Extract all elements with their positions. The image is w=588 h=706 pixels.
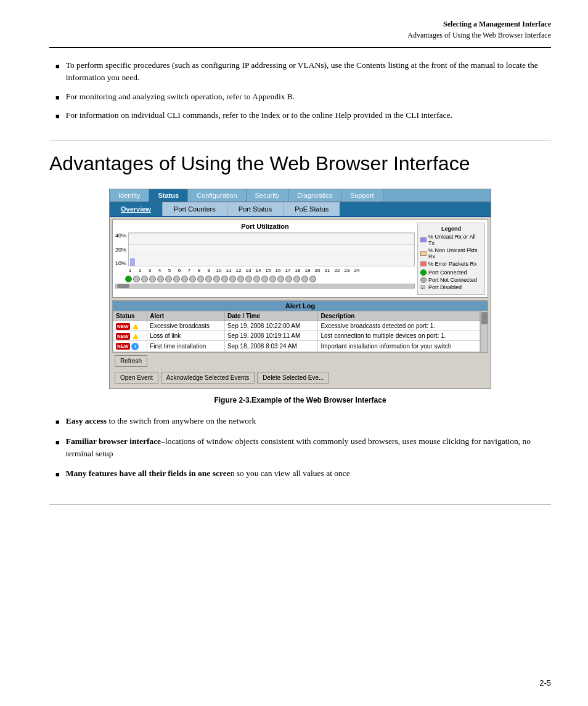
port-num-8: 8 (194, 268, 204, 273)
port-num-10: 10 (214, 268, 224, 273)
port-circle-5 (157, 276, 164, 282)
intro-bullet-1: ■ To perform specific procedures (such a… (55, 59, 551, 84)
legend-connected: Port Connected (420, 269, 482, 276)
body-bullet-3: ■ Many features have all their fields in… (55, 467, 551, 480)
legend-unicast: % Unicast Rx or All Tx (420, 234, 482, 246)
delete-events-button[interactable]: Delete Selected Eve... (257, 372, 329, 384)
horizontal-scrollbar[interactable] (115, 284, 415, 289)
port-circle-22 (293, 276, 300, 282)
port-num-22: 22 (332, 268, 342, 273)
top-divider (49, 47, 551, 48)
nav-tab-diagnostics[interactable]: Diagnostics (288, 189, 341, 202)
alert-log-title: Alert Log (113, 301, 488, 311)
open-event-button[interactable]: Open Event (115, 372, 158, 384)
port-circle-13 (221, 276, 228, 282)
port-num-17: 17 (283, 268, 293, 273)
figure-caption-text: Figure 2-3.Example of the Web Browser In… (214, 396, 386, 404)
y-label-40: 40% (115, 232, 126, 239)
port-circle-18 (261, 276, 268, 282)
legend-connected-label: Port Connected (428, 269, 467, 276)
acknowledge-events-button[interactable]: Acknowledge Selected Events (161, 372, 255, 384)
new-badge-3: NEW (116, 343, 130, 350)
port-num-13: 13 (243, 268, 253, 273)
y-label-10: 10% (115, 260, 126, 266)
port-num-20: 20 (312, 268, 322, 273)
alert-row2-datetime: Sep 19, 2008 10:19:11 AM (224, 331, 318, 341)
table-row: NEW Loss of link Sep 19, 2008 10:19:11 A… (113, 331, 480, 341)
port-util-chart: Port Utilization 40% 20% 10% (115, 223, 415, 295)
scrollbar-thumb (117, 284, 129, 288)
port-num-1: 1 (125, 268, 135, 273)
port-circle-7 (173, 276, 180, 282)
legend-title: Legend (420, 226, 482, 232)
warning-icon-2 (133, 334, 139, 339)
nav-tab-configuration[interactable]: Configuration (188, 189, 246, 202)
nav-tab-status[interactable]: Status (149, 189, 188, 202)
figure-caption: Figure 2-3.Example of the Web Browser In… (49, 395, 551, 405)
page-header: Selecting a Management Interface Advanta… (49, 18, 551, 41)
legend-non-unicast-color (420, 251, 427, 256)
port-num-7: 7 (184, 268, 194, 273)
content-area: Port Utilization 40% 20% 10% (110, 217, 491, 388)
sub-nav-overview[interactable]: Overview (110, 202, 162, 216)
sub-nav: Overview Port Counters Port Status PoE S… (110, 202, 491, 217)
page-number: 2-5 (539, 678, 551, 688)
body-bullet-text-1: Easy access to the switch from anywhere … (66, 415, 256, 427)
col-description: Description (318, 311, 480, 321)
port-circle-2 (133, 276, 140, 282)
alert-row3-datetime: Sep 18, 2008 8:03:24 AM (224, 341, 318, 352)
port-num-2: 2 (135, 268, 145, 273)
nav-tab-security[interactable]: Security (247, 189, 289, 202)
nav-tabs: Identity Status Configuration Security D… (110, 189, 491, 202)
sub-nav-port-status[interactable]: Port Status (227, 202, 283, 216)
port-circle-20 (277, 276, 284, 282)
port-circle-15 (237, 276, 244, 282)
body-bullet-1: ■ Easy access to the switch from anywher… (55, 415, 551, 427)
port-num-4: 4 (155, 268, 165, 273)
legend-error-label: % Error Packets Rx (428, 261, 477, 267)
sub-nav-port-counters[interactable]: Port Counters (162, 202, 227, 216)
alert-row3-alert: First time installation (147, 341, 225, 352)
body-bullet-icon-3: ■ (55, 469, 60, 480)
legend-not-connected: Port Not Connected (420, 277, 482, 283)
port-num-11: 11 (224, 268, 234, 273)
alert-log-section: Alert Log Status Alert Date / Time Descr… (112, 300, 488, 353)
refresh-area: Refresh (112, 353, 488, 369)
alert-row1-alert: Excessive broadcasts (147, 321, 225, 331)
header-title: Selecting a Management Interface (49, 18, 551, 30)
alert-table: Status Alert Date / Time Description NEW (113, 311, 480, 352)
bottom-divider (49, 504, 551, 505)
col-status: Status (113, 311, 147, 321)
grid-chart (128, 232, 415, 266)
port-circle-14 (229, 276, 236, 282)
refresh-button[interactable]: Refresh (115, 355, 147, 367)
port-circle-24 (309, 276, 316, 282)
port-circle-23 (301, 276, 308, 282)
intro-bullet-list: ■ To perform specific procedures (such a… (49, 59, 551, 121)
table-row: NEW Excessive broadcasts Sep 19, 2008 10… (113, 321, 480, 331)
legend-unicast-label: % Unicast Rx or All Tx (428, 234, 482, 246)
alert-row1-datetime: Sep 19, 2008 10:22:00 AM (224, 321, 318, 331)
port-num-6: 6 (174, 268, 184, 273)
port-num-16: 16 (273, 268, 283, 273)
alert-row3-status: NEW i (113, 341, 147, 352)
legend-connected-dot (420, 269, 427, 276)
vertical-scrollbar[interactable] (480, 311, 488, 352)
bar-port1 (130, 258, 135, 266)
bullet-icon-2: ■ (55, 92, 60, 103)
intro-bullet-2: ■ For monitoring and analyzing switch op… (55, 91, 551, 103)
port-util-section: Port Utilization 40% 20% 10% (112, 220, 488, 298)
intro-bullet-text-1: To perform specific procedures (such as … (66, 59, 551, 84)
sub-nav-poe-status[interactable]: PoE Status (283, 202, 340, 216)
port-circle-10 (197, 276, 204, 282)
alert-row2-status: NEW (113, 331, 147, 341)
legend-non-unicast-label: % Non Unicast Pkts Rx (428, 247, 482, 260)
alert-row1-description: Excessive broadcasts detected on port: 1… (318, 321, 480, 331)
grid-line-1 (129, 233, 414, 234)
body-bullet-2: ■ Familiar browser interface–locations o… (55, 435, 551, 461)
port-circle-17 (253, 276, 260, 282)
nav-tab-support[interactable]: Support (341, 189, 383, 202)
legend-error-color (420, 261, 427, 266)
intro-bullet-3: ■ For information on individual CLI comm… (55, 109, 551, 121)
nav-tab-identity[interactable]: Identity (110, 189, 149, 202)
